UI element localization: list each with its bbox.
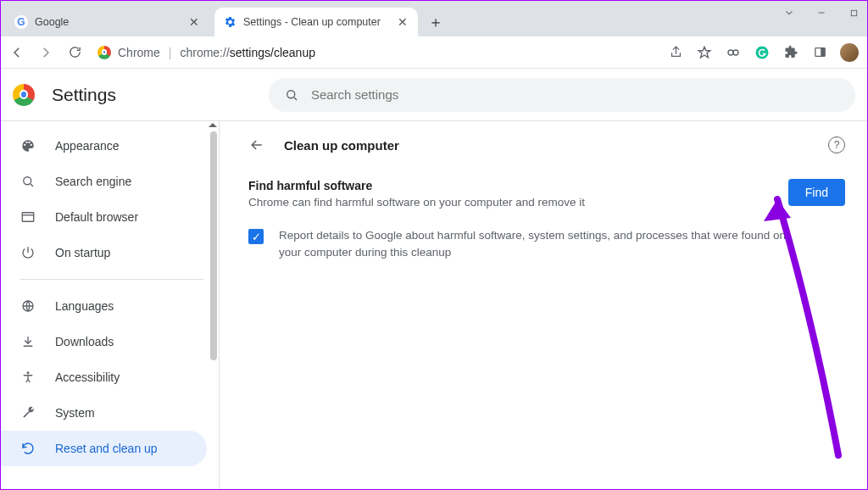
svg-rect-0: [851, 10, 856, 15]
sidebar-item-system[interactable]: System: [1, 395, 207, 431]
settings-main: Clean up computer ? Find harmful softwar…: [220, 121, 867, 490]
svg-rect-5: [821, 48, 825, 57]
address-url: chrome://settings/cleanup: [180, 46, 315, 59]
tab-title: Settings - Clean up computer: [243, 16, 389, 28]
chevron-down-icon[interactable]: [782, 6, 796, 19]
window-controls: [782, 6, 860, 19]
maximize-icon[interactable]: [847, 6, 860, 19]
section-heading: Find harmful software: [248, 179, 585, 192]
star-icon[interactable]: [696, 44, 713, 61]
download-icon: [19, 334, 36, 349]
close-icon[interactable]: ✕: [396, 15, 409, 29]
svg-point-6: [287, 90, 295, 97]
gear-icon: [223, 15, 236, 29]
svg-point-1: [728, 50, 733, 55]
accessibility-icon: [19, 370, 36, 385]
globe-icon: [19, 298, 36, 314]
page-title: Clean up computer: [284, 138, 399, 153]
address-bar[interactable]: Chrome | chrome://settings/cleanup: [92, 46, 657, 59]
sidebar-item-label: Appearance: [55, 139, 120, 153]
profile-avatar[interactable]: [840, 43, 859, 62]
browser-icon: [19, 209, 36, 225]
minimize-icon[interactable]: [815, 6, 828, 19]
browser-titlebar: Google ✕ Settings - Clean up computer ✕ …: [1, 1, 867, 36]
sidebar-item-label: Languages: [55, 299, 114, 313]
section-description: Chrome can find harmful software on your…: [248, 196, 585, 209]
sidebar-item-label: Default browser: [55, 210, 138, 224]
sidebar-item-appearance[interactable]: Appearance: [1, 128, 207, 164]
back-arrow-icon[interactable]: [248, 136, 265, 153]
sidebar-item-label: Reset and clean up: [55, 442, 158, 455]
sidebar-item-label: Accessibility: [55, 370, 120, 384]
settings-sidebar: Appearance Search engine Default browser…: [1, 121, 220, 490]
sidebar-item-downloads[interactable]: Downloads: [1, 324, 207, 359]
find-button[interactable]: Find: [788, 179, 845, 206]
chrome-logo-icon: [13, 84, 35, 106]
google-favicon-icon: [14, 15, 28, 29]
browser-toolbar: Chrome | chrome://settings/cleanup: [1, 36, 867, 69]
report-details-checkbox[interactable]: ✓: [248, 229, 264, 244]
settings-title: Settings: [52, 85, 116, 105]
scrollbar[interactable]: [209, 121, 217, 490]
palette-icon: [19, 138, 36, 153]
browser-tab-google[interactable]: Google ✕: [6, 8, 209, 36]
svg-rect-8: [22, 213, 34, 222]
search-icon: [284, 87, 299, 103]
share-icon[interactable]: [667, 44, 684, 61]
close-icon[interactable]: ✕: [187, 15, 201, 29]
sidebar-item-default-browser[interactable]: Default browser: [1, 199, 207, 235]
sidebar-item-label: Search engine: [55, 175, 131, 188]
sidebar-item-label: Downloads: [55, 335, 114, 348]
search-settings-input[interactable]: [311, 87, 840, 102]
svg-point-7: [24, 177, 31, 185]
sidebar-item-reset-cleanup[interactable]: Reset and clean up: [1, 431, 207, 466]
sidebar-item-on-startup[interactable]: On startup: [1, 235, 207, 270]
sidebar-separator: [19, 279, 203, 280]
svg-point-3: [756, 46, 769, 58]
new-tab-button[interactable]: ＋: [423, 9, 448, 35]
svg-point-2: [733, 50, 738, 55]
power-icon: [19, 245, 36, 260]
back-icon[interactable]: [9, 45, 25, 60]
search-settings-box[interactable]: [269, 78, 855, 112]
report-details-row: ✓ Report details to Google about harmful…: [248, 227, 845, 262]
wrench-icon: [19, 405, 36, 420]
forward-icon[interactable]: [38, 45, 53, 60]
grammarly-icon[interactable]: [754, 44, 771, 61]
settings-header: Settings: [1, 69, 867, 121]
sidebar-item-label: On startup: [55, 246, 110, 259]
sidebar-item-accessibility[interactable]: Accessibility: [1, 359, 207, 395]
sidepanel-icon[interactable]: [811, 44, 828, 61]
help-icon[interactable]: ?: [828, 136, 845, 153]
reload-icon[interactable]: [67, 45, 82, 60]
sidebar-item-languages[interactable]: Languages: [1, 288, 207, 324]
extensions-icon[interactable]: [782, 44, 799, 61]
address-chip-label: Chrome: [118, 46, 160, 59]
sidebar-item-search-engine[interactable]: Search engine: [1, 164, 207, 199]
find-harmful-software-section: Find harmful software Chrome can find ha…: [248, 179, 845, 209]
browser-tab-settings[interactable]: Settings - Clean up computer ✕: [214, 8, 418, 36]
restore-icon: [19, 441, 36, 456]
tab-title: Google: [35, 16, 181, 28]
report-details-label: Report details to Google about harmful s…: [279, 227, 787, 262]
sidebar-item-label: System: [55, 406, 95, 420]
search-icon: [19, 174, 36, 189]
link-icon[interactable]: [725, 44, 742, 61]
svg-point-10: [27, 371, 30, 374]
